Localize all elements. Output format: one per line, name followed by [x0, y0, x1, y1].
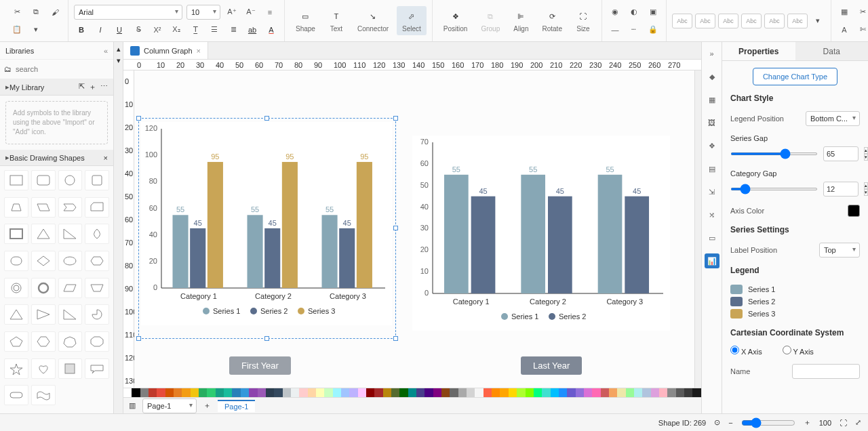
shape-frame[interactable] [4, 224, 28, 244]
palette-swatch[interactable] [617, 388, 625, 397]
palette-swatch[interactable] [291, 388, 299, 397]
palette-swatch[interactable] [299, 388, 307, 397]
theme-icon[interactable]: ◆ [705, 69, 719, 84]
palette-swatch[interactable] [157, 388, 165, 397]
palette-swatch[interactable] [283, 388, 291, 397]
palette-swatch[interactable] [266, 388, 274, 397]
xaxis-radio[interactable]: X Axis [730, 346, 762, 356]
shape-right-triangle[interactable] [58, 224, 83, 244]
quick-style-2[interactable]: Abc [695, 14, 715, 28]
palette-swatch[interactable] [559, 388, 567, 397]
palette-swatch[interactable] [182, 388, 190, 397]
series-gap-value[interactable] [823, 146, 859, 161]
shape-rounded-rect[interactable] [31, 170, 56, 190]
shape-hexagon2[interactable] [31, 331, 56, 352]
copy-icon[interactable]: ⧉ [28, 5, 43, 20]
shape-triangle-right[interactable] [31, 304, 56, 325]
palette-swatch[interactable] [391, 388, 399, 397]
shape-chevron[interactable] [58, 197, 83, 218]
palette-swatch[interactable] [241, 388, 249, 397]
palette-swatch[interactable] [358, 388, 366, 397]
bold-icon[interactable]: B [74, 22, 89, 37]
color-palette[interactable] [123, 388, 701, 397]
palette-swatch[interactable] [399, 388, 408, 397]
shape-callout[interactable] [85, 358, 109, 379]
format-painter-icon[interactable]: 🖌 [47, 5, 62, 20]
palette-swatch[interactable] [659, 388, 667, 397]
palette-swatch[interactable] [492, 388, 500, 397]
present-icon[interactable]: ▭ [705, 230, 719, 245]
group-tool[interactable]: ⧉Group [475, 6, 505, 35]
shape-trapezoid2[interactable] [85, 278, 109, 298]
scissors-icon[interactable]: ✄ [856, 22, 868, 37]
rotate-tool[interactable]: ⟳Rotate [536, 6, 567, 35]
palette-swatch[interactable] [500, 388, 508, 397]
palette-swatch[interactable] [667, 388, 675, 397]
import-lib-icon[interactable]: ⇱ [79, 82, 85, 92]
palette-swatch[interactable] [216, 388, 224, 397]
palette-swatch[interactable] [258, 388, 266, 397]
palette-swatch[interactable] [651, 388, 659, 397]
shape-thick-circle[interactable] [31, 278, 56, 298]
align-tool[interactable]: ⊫Align [508, 6, 534, 35]
palette-swatch[interactable] [517, 388, 525, 397]
palette-swatch[interactable] [324, 388, 332, 397]
palette-swatch[interactable] [308, 388, 316, 397]
shape-right-angle[interactable] [58, 304, 83, 325]
zoom-to-selection-icon[interactable]: ⊙ [714, 418, 720, 427]
select-tool[interactable]: ⬀Select [397, 6, 427, 35]
page-tab[interactable]: Page-1 [218, 400, 255, 412]
shape-star[interactable] [4, 358, 28, 379]
palette-swatch[interactable] [509, 388, 517, 397]
chart-first-year[interactable]: 020406080100120554595Category 1554595Cat… [141, 122, 392, 325]
shape-heptagon[interactable] [58, 331, 83, 352]
shadow-icon[interactable]: ◐ [627, 5, 642, 20]
palette-swatch[interactable] [634, 388, 642, 397]
palette-swatch[interactable] [249, 388, 257, 397]
lib-more-icon[interactable]: ⋯ [100, 82, 108, 92]
category-gap-slider[interactable] [730, 188, 818, 190]
shape-pentagon[interactable] [4, 331, 28, 352]
series-gap-slider[interactable] [730, 152, 818, 155]
chart-format-icon[interactable]: ▦ [837, 5, 852, 20]
paste-dropdown-icon[interactable]: ▾ [28, 22, 43, 37]
quick-style-1[interactable]: Abc [672, 14, 692, 28]
connector-tool[interactable]: ↘Connector [352, 6, 394, 35]
picture-icon[interactable]: ▣ [646, 5, 660, 20]
legend-item[interactable]: Series 1 [730, 283, 860, 295]
tab-properties[interactable]: Properties [722, 42, 795, 60]
legend-item[interactable]: Series 2 [730, 295, 860, 308]
palette-swatch[interactable] [450, 388, 458, 397]
category-gap-stepper[interactable]: ▴▾ [864, 182, 868, 196]
shape-heart[interactable] [31, 358, 56, 379]
expand-right-icon[interactable]: » [705, 46, 719, 61]
quick-style-3[interactable]: Abc [718, 14, 738, 28]
palette-swatch[interactable] [484, 388, 492, 397]
export-icon[interactable]: ⇲ [705, 184, 719, 199]
series-gap-stepper[interactable]: ▴▾ [864, 147, 868, 161]
palette-swatch[interactable] [140, 388, 149, 397]
shape-drop[interactable] [85, 224, 109, 244]
shape-tool[interactable]: ▭Shape [290, 6, 321, 35]
palette-swatch[interactable] [408, 388, 416, 397]
palette-swatch[interactable] [349, 388, 357, 397]
palette-swatch[interactable] [626, 388, 634, 397]
shape-square-filled[interactable] [58, 358, 83, 379]
category-gap-value[interactable] [823, 182, 859, 197]
yaxis-radio[interactable]: Y Axis [783, 346, 814, 356]
axis-name-input[interactable] [792, 364, 860, 379]
fullscreen-icon[interactable]: ⤢ [855, 418, 861, 427]
crop-icon[interactable]: ✂ [856, 5, 868, 20]
palette-swatch[interactable] [366, 388, 374, 397]
grid-icon[interactable]: ▦ [705, 92, 719, 107]
palette-swatch[interactable] [692, 388, 701, 397]
shape-diamond[interactable] [31, 251, 56, 271]
page-icon[interactable]: ▤ [705, 161, 719, 176]
chart-icon[interactable]: 📊 [705, 253, 719, 268]
shape-hexagon[interactable] [85, 251, 109, 271]
zoom-slider[interactable] [741, 417, 795, 428]
shape-parallelogram[interactable] [31, 197, 56, 218]
library-menu-icon[interactable]: 🗂 [4, 65, 12, 73]
tab-data[interactable]: Data [795, 42, 869, 60]
quick-style-5[interactable]: Abc [764, 14, 785, 28]
